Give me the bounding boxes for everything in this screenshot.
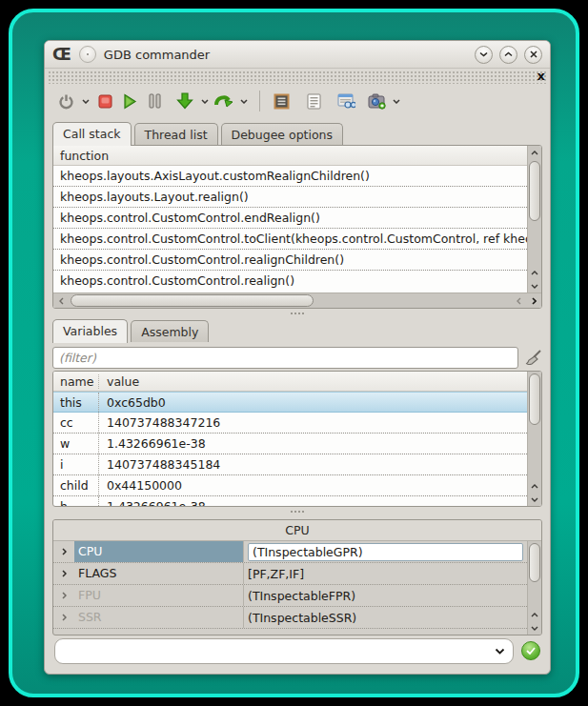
chevron-up-icon — [504, 51, 513, 57]
variable-row-child[interactable]: child 0x44150000 — [53, 475, 527, 496]
step-over-dropdown[interactable] — [240, 99, 248, 104]
variables-vertical-scrollbar[interactable] — [527, 372, 541, 506]
maximize-button[interactable] — [499, 46, 517, 64]
scroll-up-button[interactable] — [528, 608, 541, 621]
cpu-row-ssr[interactable]: SSR (TInspectableSSR) — [53, 607, 527, 629]
tab-variables[interactable]: Variables — [52, 319, 128, 343]
scroll-up-button-2[interactable] — [528, 266, 541, 279]
panel-splitter[interactable] — [45, 507, 550, 515]
expand-arrow-icon[interactable] — [53, 570, 74, 577]
chevron-down-icon — [82, 99, 90, 104]
power-button[interactable] — [56, 90, 75, 112]
name-column-label: name — [53, 374, 99, 389]
scroll-track[interactable] — [528, 372, 541, 479]
callstack-column-header: function — [53, 146, 527, 166]
scroll-thumb[interactable] — [529, 161, 540, 221]
tab-debugee-options[interactable]: Debugee options — [221, 123, 344, 145]
power-dropdown[interactable] — [82, 99, 90, 104]
scroll-down-button[interactable] — [528, 493, 541, 506]
filter-input[interactable] — [52, 347, 518, 369]
splitter-handle-icon — [291, 511, 304, 513]
scroll-track[interactable] — [69, 293, 511, 308]
scroll-thumb[interactable] — [529, 543, 540, 582]
send-command-button[interactable] — [521, 641, 540, 660]
pin-button[interactable] — [79, 46, 96, 63]
variable-row-w[interactable]: w 1.43266961e-38 — [53, 434, 527, 454]
cpu-panel-title: CPU — [53, 520, 541, 541]
callstack-row[interactable]: kheops.layouts.Layout.realign() — [53, 187, 527, 208]
chevron-down-icon — [201, 99, 209, 104]
step-into-dropdown[interactable] — [201, 99, 209, 104]
gdb-command-combobox[interactable] — [54, 638, 514, 664]
scroll-right-button[interactable] — [526, 293, 541, 308]
expand-arrow-icon[interactable] — [53, 548, 74, 555]
cpu-row-fpu[interactable]: FPU (TInspectableFPR) — [53, 585, 527, 607]
cpu-row-cpu[interactable]: CPU (TInspectableGPR) — [53, 541, 527, 563]
callstack-tabs: Call stack Thread list Debugee options — [45, 120, 550, 145]
cpu-row-flags[interactable]: FLAGS [PF,ZF,IF] — [53, 563, 527, 585]
variable-row-i[interactable]: i 140737488345184 — [53, 454, 527, 475]
scroll-left-button-2[interactable] — [511, 293, 526, 308]
window-title: GDB commander — [104, 48, 210, 62]
dock-handle[interactable]: x — [47, 70, 548, 84]
callstack-row[interactable]: kheops.control.CustomControl.realign() — [53, 271, 527, 292]
splitter-handle-icon — [291, 313, 304, 314]
tab-assembly[interactable]: Assembly — [131, 320, 209, 342]
combo-dropdown-button[interactable] — [495, 648, 505, 655]
expand-arrow-icon[interactable] — [53, 592, 74, 599]
chevron-left-icon — [517, 297, 521, 305]
scroll-down-button[interactable] — [528, 279, 541, 292]
broom-icon — [524, 349, 542, 367]
minimize-button[interactable] — [475, 46, 493, 64]
tab-thread-list[interactable]: Thread list — [134, 123, 218, 145]
snapshot-dropdown[interactable] — [393, 99, 400, 104]
continue-button[interactable] — [120, 90, 139, 112]
chevron-left-icon — [59, 297, 64, 305]
memory-chip-icon — [274, 93, 290, 110]
cpu-value-field[interactable]: (TInspectableGPR) — [248, 543, 523, 561]
scroll-thumb[interactable] — [71, 294, 314, 307]
variable-row-cc[interactable]: cc 140737488347216 — [53, 413, 527, 434]
variables-panel: name value this 0xc65db0 cc 140737488347… — [52, 371, 542, 507]
scroll-track[interactable] — [528, 159, 541, 266]
scroll-track[interactable] — [528, 541, 541, 608]
step-over-button[interactable] — [214, 90, 233, 112]
callstack-row[interactable]: kheops.control.CustomControl.realignChil… — [53, 250, 527, 271]
watches-icon — [337, 93, 355, 109]
expand-arrow-icon[interactable] — [53, 614, 74, 621]
watches-view-button[interactable] — [336, 90, 355, 112]
chevron-down-icon — [240, 99, 248, 104]
titlebar: Œ GDB commander — [45, 41, 550, 69]
cpu-vertical-scrollbar[interactable] — [527, 541, 541, 635]
variable-row-h[interactable]: h 1.43266961e-38 — [53, 496, 527, 506]
scroll-left-button[interactable] — [53, 293, 69, 308]
command-input[interactable] — [63, 639, 495, 663]
step-into-button[interactable] — [175, 90, 194, 112]
stop-icon — [98, 94, 112, 109]
chevron-down-icon — [479, 51, 488, 57]
scroll-up-button[interactable] — [528, 479, 541, 493]
panel-splitter[interactable] — [45, 309, 550, 317]
callstack-row[interactable]: kheops.control.CustomControl.endRealign(… — [53, 208, 527, 229]
tab-call-stack[interactable]: Call stack — [52, 122, 132, 146]
cpu-inspector-panel: CPU CPU (TInspectableGPR) FLAGS [PF,ZF,I… — [52, 519, 542, 635]
callstack-horizontal-scrollbar[interactable] — [53, 292, 541, 308]
memory-view-button[interactable] — [272, 90, 291, 112]
scroll-up-button[interactable] — [528, 146, 541, 159]
scroll-thumb[interactable] — [529, 373, 540, 425]
app-logo-icon: Œ — [52, 47, 71, 63]
scroll-down-button[interactable] — [528, 621, 541, 635]
callstack-vertical-scrollbar[interactable] — [527, 146, 541, 292]
clear-filter-button[interactable] — [523, 346, 542, 369]
close-icon — [530, 50, 537, 58]
dock-close-icon[interactable]: x — [537, 69, 545, 83]
close-button[interactable] — [524, 46, 542, 64]
stop-button[interactable] — [95, 90, 114, 112]
variable-row-this[interactable]: this 0xc65db0 — [53, 392, 527, 413]
log-view-button[interactable] — [304, 90, 323, 112]
callstack-row[interactable]: kheops.layouts.AxisLayout.customRealignC… — [53, 166, 527, 187]
play-icon — [123, 93, 137, 110]
callstack-row[interactable]: kheops.control.CustomControl.toClient(kh… — [53, 229, 527, 250]
pause-button[interactable] — [145, 90, 164, 112]
snapshot-button[interactable] — [367, 90, 386, 112]
